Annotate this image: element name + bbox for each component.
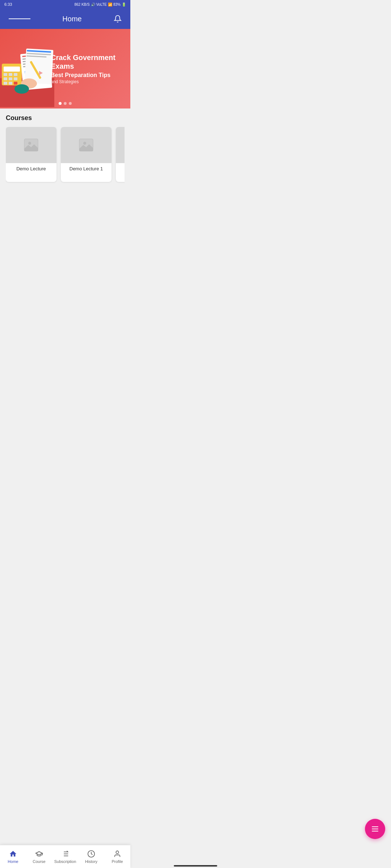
banner-dots [59, 102, 72, 105]
course-name-3: Booking Demo Lecture [116, 163, 125, 182]
svg-point-31 [28, 142, 31, 145]
course-name-1: Demo Lecture [6, 163, 56, 176]
course-name-2: Demo Lecture 1 [61, 163, 112, 176]
banner-dot-3[interactable] [69, 102, 72, 105]
banner-description: and Strategies [51, 79, 123, 84]
promo-banner[interactable]: Crack Government Exams Best Preparation … [0, 29, 130, 109]
banner-dot-2[interactable] [64, 102, 67, 105]
courses-section-title: Courses [6, 114, 125, 122]
app-bar: Home [0, 9, 130, 29]
svg-rect-3 [4, 73, 7, 76]
banner-subtitle: Best Preparation Tips [51, 72, 123, 78]
status-time: 6:33 [4, 2, 12, 7]
svg-rect-8 [14, 77, 17, 80]
course-thumbnail-1 [6, 127, 56, 163]
svg-rect-6 [4, 77, 7, 80]
course-card-demo-lecture-1[interactable]: Demo Lecture 1 [61, 127, 112, 182]
banner-illustration [0, 29, 54, 109]
main-content: Courses Demo Lecture Demo L [0, 109, 130, 189]
banner-title: Crack Government Exams [51, 53, 123, 71]
status-bar: 6:33 862 KB/S 🔊 VoLTE 📶 83% 🔋 [0, 0, 130, 9]
course-thumbnail-2 [61, 127, 112, 163]
course-thumbnail-3 [116, 127, 125, 163]
menu-button[interactable] [6, 14, 33, 24]
svg-point-27 [14, 84, 29, 94]
course-card-demo-lecture[interactable]: Demo Lecture [6, 127, 56, 182]
svg-rect-9 [4, 82, 7, 85]
svg-rect-2 [4, 67, 20, 72]
banner-text-block: Crack Government Exams Best Preparation … [51, 53, 123, 84]
notification-button[interactable] [111, 12, 125, 26]
page-title: Home [62, 15, 81, 23]
banner-dot-1[interactable] [59, 102, 62, 105]
svg-rect-11 [14, 82, 17, 85]
course-card-booking-demo-lecture[interactable]: Booking Demo Lecture [116, 127, 125, 182]
svg-point-33 [83, 142, 86, 145]
status-icons: 862 KB/S 🔊 VoLTE 📶 83% 🔋 [74, 3, 126, 7]
svg-rect-5 [14, 73, 17, 76]
svg-rect-4 [9, 73, 12, 76]
courses-list: Demo Lecture Demo Lecture 1 [6, 127, 125, 183]
svg-rect-7 [9, 77, 12, 80]
svg-rect-10 [9, 82, 12, 85]
